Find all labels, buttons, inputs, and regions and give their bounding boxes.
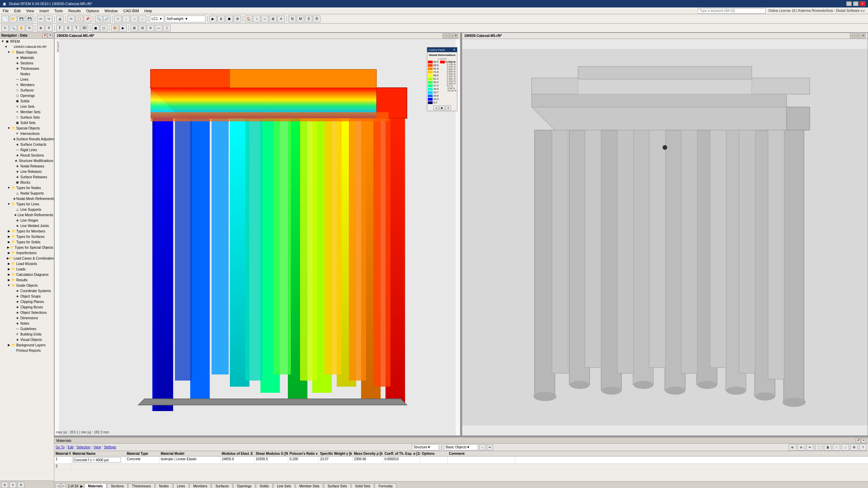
tree-sections[interactable]: ▶ ◈ Sections — [0, 60, 54, 66]
tree-result-sections[interactable]: ▶ ◈ Result Sections — [0, 152, 54, 158]
bottom-panel-close[interactable]: ✕ — [861, 438, 866, 443]
mat-tb-4[interactable]: 📋 — [815, 444, 823, 451]
tree-lines[interactable]: ▶ — Lines — [0, 77, 54, 82]
tree-types-nodes[interactable]: ▼ 📁 Types for Nodes — [0, 185, 54, 190]
tree-loads[interactable]: ▶ 📁 Loads — [0, 266, 54, 272]
zoom-button[interactable]: 🔍 — [9, 25, 17, 32]
cp-btn-2[interactable]: ▶ — [439, 105, 445, 110]
tree-object-selections[interactable]: ▶ ◈ Object Selections — [0, 310, 54, 315]
tab-members[interactable]: Members — [190, 483, 211, 488]
undo-button[interactable]: ↩ — [37, 16, 44, 22]
tree-visual-objects[interactable]: ▶ ◈ Visual Objects — [0, 337, 54, 342]
tree-background-layers[interactable]: ▶ 📁 Background Layers — [0, 342, 54, 348]
wire-button[interactable]: ◻ — [100, 25, 107, 32]
material-name-input[interactable] — [73, 457, 121, 463]
tb-btn-17[interactable]: ⊞ — [269, 16, 277, 22]
nav-view-button[interactable]: V — [9, 482, 16, 488]
mat-tb-5[interactable]: 🗑 — [824, 444, 831, 451]
menu-results[interactable]: Results — [66, 8, 84, 14]
imperfections-toggle[interactable]: ▶ — [7, 251, 11, 255]
view-left-minimize[interactable]: ─ — [442, 34, 447, 38]
tree-object-snaps[interactable]: ▶ ◈ Object Snaps — [0, 293, 54, 299]
mat-tb-2[interactable]: ⊖ — [797, 444, 805, 451]
menu-cad-bim[interactable]: CAD-BIM — [120, 8, 141, 14]
maximize-button[interactable]: □ — [853, 1, 859, 6]
types-nodes-toggle[interactable]: ▼ — [7, 186, 11, 190]
tb-btn-16[interactable]: ↔ — [261, 16, 269, 22]
cp-btn-1[interactable]: ◁ — [433, 105, 439, 110]
tb-btn-18[interactable]: ✕ — [277, 16, 285, 22]
menu-window[interactable]: Window — [102, 8, 120, 14]
tb-btn-6[interactable]: + — [114, 16, 122, 22]
menu-help[interactable]: Help — [142, 8, 155, 14]
mat-tb-3[interactable]: ✏ — [806, 444, 814, 451]
nav-results-button[interactable]: R — [18, 482, 24, 488]
tree-imperfections[interactable]: ▶ 📁 Imperfections — [0, 250, 54, 256]
tree-results[interactable]: ▶ 📁 Results — [0, 277, 54, 283]
menu-options[interactable]: Options — [83, 8, 102, 14]
table-row[interactable]: 1 Concrete Isotropic | Linear Elastic 24… — [54, 456, 868, 464]
tab-line-sets[interactable]: Line Sets — [273, 483, 295, 488]
view-left-content[interactable]: LC1 - Self-weight Static Analysis Displa… — [55, 39, 460, 435]
tb2-btn-2[interactable]: ⊟ — [139, 25, 146, 32]
tree-nodal-releases[interactable]: ▶ ◈ Nodal Releases — [0, 163, 54, 169]
tb-btn-5[interactable]: 🔎 — [103, 16, 111, 22]
tree-printout-reports[interactable]: ▶ 📄 Printout Reports — [0, 348, 54, 353]
types-surfaces-toggle[interactable]: ▶ — [7, 235, 11, 239]
load-cases-toggle[interactable]: ▶ — [7, 256, 9, 260]
bottom-panel-pin[interactable]: 📌 — [856, 438, 861, 443]
tree-materials[interactable]: ▶ ◈ Materials — [0, 55, 54, 60]
tree-members[interactable]: ▶ ≡ Members — [0, 82, 54, 87]
tb-btn-1[interactable]: ✂ — [67, 16, 75, 22]
tb-btn-8[interactable]: → — [131, 16, 138, 22]
file-toggle[interactable]: ▼ — [4, 45, 8, 49]
tree-line-sets[interactable]: ▶ ≡ Line Sets — [0, 104, 54, 109]
tree-load-wizards[interactable]: ▶ 📁 Load Wizards — [0, 261, 54, 266]
animate-button[interactable]: ▶ — [119, 25, 127, 32]
tb-btn-12[interactable]: ⏹ — [225, 16, 233, 22]
tree-load-cases[interactable]: ▶ 📁 Load Cases & Combinations — [0, 256, 54, 261]
view-left-close[interactable]: ✕ — [453, 34, 458, 38]
filter-dropdown[interactable]: Structure▼ — [412, 444, 439, 450]
tab-nav-right[interactable]: ▷ — [61, 483, 66, 488]
tree-line-supports[interactable]: ▶ △ Line Supports — [0, 207, 54, 212]
mat-tb-8[interactable]: ⚙ — [850, 444, 858, 451]
tree-solid-sets[interactable]: ▶ ▣ Solid Sets — [0, 120, 54, 125]
tab-thicknesses[interactable]: Thicknesses — [128, 483, 155, 488]
types-lines-toggle[interactable]: ▼ — [7, 202, 11, 206]
tab-materials[interactable]: Materials — [84, 483, 106, 488]
lc-name-dropdown[interactable]: Self-weight ▼ — [165, 16, 205, 22]
tree-special-objects[interactable]: ▼ 📁 Special Objects — [0, 125, 54, 131]
menu-edit[interactable]: Edit — [12, 8, 23, 14]
mat-tb-1[interactable]: ⊕ — [789, 444, 796, 451]
tree-notes[interactable]: ▶ ◈ Notes — [0, 321, 54, 326]
select-button[interactable]: ↖ — [1, 25, 9, 32]
tb-btn-11[interactable]: ⏸ — [217, 16, 225, 22]
filter2-dropdown[interactable]: Basic Objects▼ — [444, 444, 478, 450]
filter-edit-button[interactable]: ✏ — [487, 444, 493, 450]
tb-btn-9[interactable]: ← — [139, 16, 146, 22]
tree-file[interactable]: ▼ 📄 190830-Cabezal-M5.rf6* — [0, 44, 54, 49]
tree-solids[interactable]: ▶ ▣ Solids — [0, 98, 54, 104]
tree-thicknesses[interactable]: ▶ ◈ Thicknesses — [0, 66, 54, 71]
new-button[interactable]: 📄 — [1, 16, 9, 22]
pan-button[interactable]: ✋ — [18, 25, 25, 32]
tb-btn-19[interactable]: N — [289, 16, 296, 22]
tree-nodes[interactable]: ▶ · Nodes — [0, 71, 54, 77]
tab-surfaces[interactable]: Surfaces — [212, 483, 232, 488]
guide-objects-toggle[interactable]: ▼ — [7, 283, 11, 287]
tree-coordinate-systems[interactable]: ▶ ◈ Coordinate Systems — [0, 288, 54, 293]
tb-btn-21[interactable]: S — [305, 16, 312, 22]
view-front[interactable]: F — [56, 25, 64, 32]
tree-line-releases[interactable]: ▶ ◈ Line Releases — [0, 169, 54, 174]
tree-openings[interactable]: ▶ ◻ Openings — [0, 93, 54, 98]
tb-btn-22[interactable]: R — [313, 16, 320, 22]
tb-btn-2[interactable]: 📋 — [76, 16, 83, 22]
filter-apply-button[interactable]: → — [479, 444, 486, 450]
tb-btn-20[interactable]: M — [297, 16, 304, 22]
grid-button[interactable]: # — [45, 25, 53, 32]
tb-btn-13[interactable]: ⚙ — [234, 16, 241, 22]
print-button[interactable]: 🖨 — [56, 16, 64, 22]
tab-nodes[interactable]: Nodes — [155, 483, 173, 488]
tree-surface-releases[interactable]: ▶ ◈ Surface Releases — [0, 174, 54, 180]
